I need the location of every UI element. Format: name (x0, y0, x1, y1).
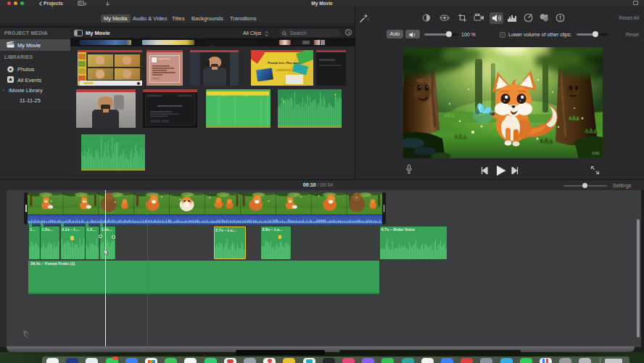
svg-text:V183: V183 (592, 152, 600, 155)
